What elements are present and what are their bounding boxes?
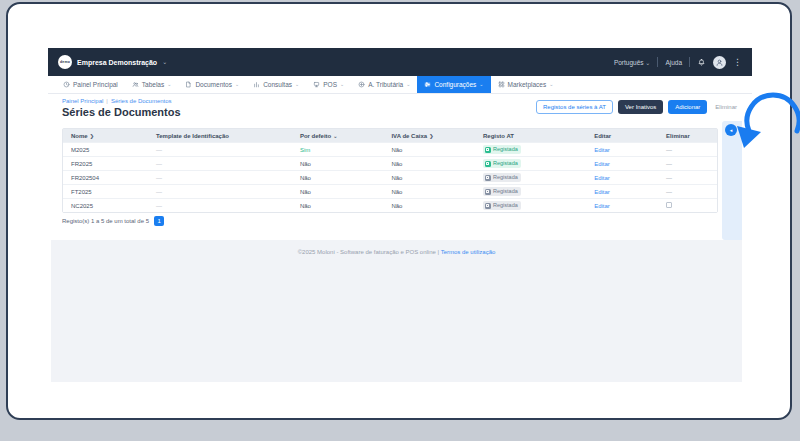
registo-at-label: Registada bbox=[493, 175, 518, 181]
company-name: Empresa Demonstração bbox=[77, 59, 157, 66]
cell-eliminar: — bbox=[658, 147, 717, 153]
terms-link[interactable]: Termos de utilização bbox=[441, 249, 496, 255]
action-buttons: Registos de séries à AT Ver Inativos Adi… bbox=[536, 100, 740, 114]
nav-item-painel-principal[interactable]: Painel Principal bbox=[56, 76, 125, 93]
edit-link[interactable]: Editar bbox=[594, 189, 610, 195]
registo-at-badge: Registada bbox=[483, 201, 521, 210]
right-panel-strip bbox=[722, 121, 742, 240]
chevron-down-icon: ⌄ bbox=[235, 82, 239, 87]
footer-copyright: ©2025 Moloni - Software de faturação e P… bbox=[298, 249, 436, 255]
edit-link[interactable]: Editar bbox=[594, 147, 610, 153]
language-label: Português bbox=[614, 59, 644, 66]
help-link[interactable]: Ajuda bbox=[665, 59, 682, 66]
pagination: Registo(s) 1 a 5 de um total de 5 1 bbox=[62, 216, 164, 226]
column-header-iva-de-caixa[interactable]: IVA de Caixa❯ bbox=[383, 133, 475, 139]
cell-iva-caixa: Não bbox=[383, 161, 475, 167]
cell-registo-at: Registada bbox=[475, 187, 586, 196]
column-header-por-defeito[interactable]: Por defeito⌄ bbox=[292, 133, 384, 139]
nav-item-tabelas[interactable]: Tabelas⌄ bbox=[125, 76, 179, 93]
cell-iva-caixa: Não bbox=[383, 203, 475, 209]
column-header-editar: Editar bbox=[586, 133, 658, 139]
cell-template: — bbox=[148, 189, 292, 195]
cell-template: — bbox=[148, 147, 292, 153]
nav-item-label: Documentos bbox=[195, 81, 232, 88]
table-row: FR2025—NãoNãoRegistadaEditar— bbox=[63, 156, 717, 170]
cell-registo-at: Registada bbox=[475, 173, 586, 182]
column-header-nome[interactable]: Nome❯ bbox=[63, 133, 148, 139]
row-delete-checkbox[interactable] bbox=[666, 202, 672, 208]
nav-item-documentos[interactable]: Documentos⌄ bbox=[178, 76, 246, 93]
kebab-menu-icon[interactable]: ⋮ bbox=[733, 58, 742, 67]
nav-item-a-tribut-ria[interactable]: A. Tributária⌄ bbox=[351, 76, 417, 93]
page-1-button[interactable]: 1 bbox=[154, 216, 164, 226]
nav-item-label: POS bbox=[323, 81, 337, 88]
chevron-down-icon: ⌄ bbox=[549, 82, 553, 87]
cell-eliminar: — bbox=[658, 189, 717, 195]
cell-por-defeito: Não bbox=[292, 161, 384, 167]
breadcrumb-separator: | bbox=[106, 98, 108, 104]
nav-item-label: Configurações bbox=[434, 81, 476, 88]
sort-icon: ❯ bbox=[90, 133, 94, 139]
chevron-down-icon: ⌄ bbox=[406, 82, 410, 87]
nav-item-consultas[interactable]: Consultas⌄ bbox=[246, 76, 306, 93]
divider bbox=[689, 57, 690, 67]
content-area: Painel Principal | Séries de Documentos … bbox=[48, 94, 752, 382]
cell-editar: Editar bbox=[586, 175, 658, 181]
pos-icon bbox=[313, 81, 320, 88]
ver-inativos-button[interactable]: Ver Inativos bbox=[618, 100, 663, 114]
sort-icon: ⌄ bbox=[333, 133, 337, 139]
app-window: demo Empresa Demonstração ⌄ Português ⌄ … bbox=[48, 48, 752, 382]
page-title: Séries de Documentos bbox=[62, 106, 181, 118]
cell-nome: NC2025 bbox=[63, 203, 148, 209]
registo-at-badge: Registada bbox=[483, 145, 521, 154]
series-table: Nome❯Template de IdentificaçãoPor defeit… bbox=[62, 128, 718, 213]
moloni-logo-icon: demo bbox=[58, 55, 72, 69]
cell-editar: Editar bbox=[586, 161, 658, 167]
nav-item-label: Consultas bbox=[263, 81, 292, 88]
adicionar-button[interactable]: Adicionar bbox=[668, 100, 707, 114]
language-selector[interactable]: Português ⌄ bbox=[614, 59, 650, 66]
cell-por-defeito: Não bbox=[292, 175, 384, 181]
table-body: M2025—SimNãoRegistadaEditar—FR2025—NãoNã… bbox=[63, 142, 717, 212]
cell-por-defeito: Não bbox=[292, 189, 384, 195]
registos-series-at-button[interactable]: Registos de séries à AT bbox=[536, 100, 613, 114]
edit-link[interactable]: Editar bbox=[594, 175, 610, 181]
panel-collapse-button[interactable]: ◂ bbox=[725, 124, 737, 136]
nav-item-pos[interactable]: POS⌄ bbox=[306, 76, 351, 93]
edit-link[interactable]: Editar bbox=[594, 203, 610, 209]
cell-registo-at: Registada bbox=[475, 201, 586, 210]
grid-icon bbox=[498, 81, 505, 88]
cell-eliminar: — bbox=[658, 175, 717, 181]
nav-item-marketplaces[interactable]: Marketplaces⌄ bbox=[491, 76, 561, 93]
clock-icon bbox=[63, 81, 70, 88]
bell-icon[interactable] bbox=[697, 58, 706, 67]
table-row: M2025—SimNãoRegistadaEditar— bbox=[63, 142, 717, 156]
tax-icon bbox=[358, 81, 365, 88]
nav-item-configura-es[interactable]: Configurações⌄ bbox=[417, 76, 490, 93]
registo-at-label: Registada bbox=[493, 161, 518, 167]
table-header-row: Nome❯Template de IdentificaçãoPor defeit… bbox=[63, 129, 717, 142]
chevron-down-icon: ⌄ bbox=[162, 59, 167, 65]
company-switcher[interactable]: demo Empresa Demonstração ⌄ bbox=[58, 55, 167, 69]
breadcrumb-home[interactable]: Painel Principal bbox=[62, 98, 103, 104]
footer: ©2025 Moloni - Software de faturação e P… bbox=[51, 249, 742, 255]
edit-link[interactable]: Editar bbox=[594, 161, 610, 167]
cell-template: — bbox=[148, 175, 292, 181]
registo-at-label: Registada bbox=[493, 189, 518, 195]
cell-editar: Editar bbox=[586, 189, 658, 195]
nav-item-label: Painel Principal bbox=[73, 81, 118, 88]
cell-nome: FR202504 bbox=[63, 175, 148, 181]
cell-template: — bbox=[148, 161, 292, 167]
cell-iva-caixa: Não bbox=[383, 147, 475, 153]
sliders-icon bbox=[424, 81, 431, 88]
chevron-down-icon: ⌄ bbox=[167, 82, 171, 87]
cell-editar: Editar bbox=[586, 147, 658, 153]
breadcrumb-current: Séries de Documentos bbox=[111, 98, 172, 104]
nav-item-label: Marketplaces bbox=[508, 81, 547, 88]
user-avatar[interactable] bbox=[713, 56, 726, 69]
column-header-registo-at: Registo AT bbox=[475, 133, 586, 139]
cell-nome: FT2025 bbox=[63, 189, 148, 195]
no-delete-dash: — bbox=[666, 175, 672, 181]
eliminar-button[interactable]: Eliminar bbox=[712, 100, 740, 114]
no-delete-dash: — bbox=[666, 161, 672, 167]
